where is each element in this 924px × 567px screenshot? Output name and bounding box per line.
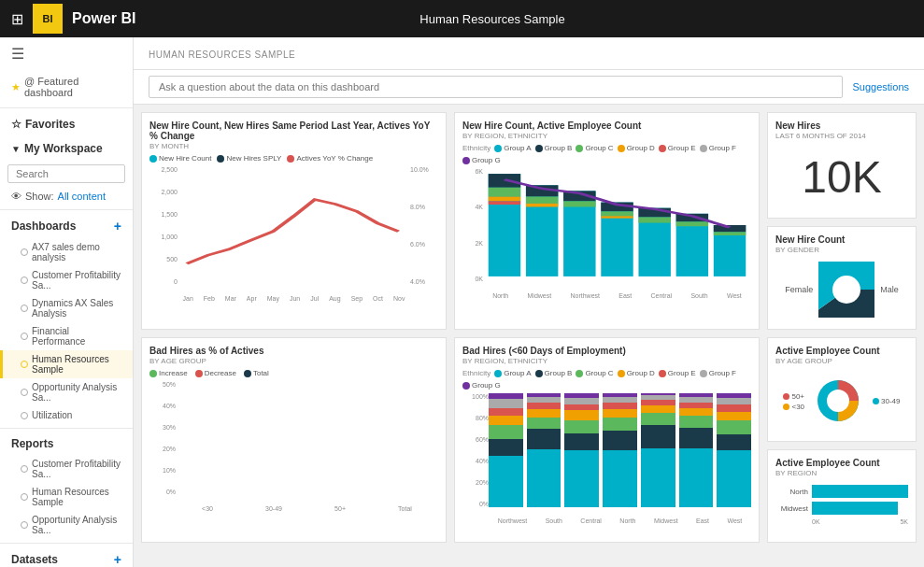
apps-icon[interactable]: ⊞ <box>11 10 23 28</box>
report-item-3[interactable]: Opportunity Analysis Sa... <box>0 511 133 539</box>
male-label: Male <box>880 285 899 294</box>
report-circle-icon <box>21 493 28 501</box>
featured-dashboard[interactable]: ★ @ Featured dashboard <box>0 70 133 104</box>
active-age-donut <box>808 371 869 432</box>
svg-rect-11 <box>563 201 595 206</box>
content-header: HUMAN RESOURCES SAMPLE <box>134 37 924 70</box>
star-icon: ★ <box>11 81 21 93</box>
legend-item-1: New Hire Count <box>149 154 211 163</box>
dashboard-body: New Hire Count, New Hires Same Period La… <box>134 105 924 567</box>
tile-bad-hires-pct[interactable]: Bad Hires as % of Actives BY AGE GROUP I… <box>141 337 447 543</box>
hamburger[interactable]: ☰ <box>0 37 133 70</box>
dashboard-circle-icon <box>21 333 28 340</box>
svg-rect-4 <box>489 201 520 205</box>
legend-item-2: New Hires SPLY <box>217 154 281 163</box>
svg-rect-2 <box>489 188 520 197</box>
tile2-legend: Ethnicity Group A Group B Group C Group … <box>462 144 751 164</box>
right-column-bottom: Active Employee Count BY AGE GROUP 50+ <… <box>767 337 917 543</box>
my-workspace-section[interactable]: ▼ My Workspace <box>0 136 133 161</box>
report-circle-icon <box>21 521 28 529</box>
svg-rect-8 <box>526 204 558 207</box>
page-title: Human Resources Sample <box>287 12 698 26</box>
tile3-title: New Hires <box>775 120 908 131</box>
qa-bar: Suggestions <box>134 70 924 105</box>
logo-box: BI <box>33 4 63 34</box>
report-item-1[interactable]: Customer Profitability Sa... <box>0 455 133 483</box>
svg-point-27 <box>832 276 860 304</box>
tile1-title: New Hire Count, New Hires Same Period La… <box>149 120 438 141</box>
tile7-subtitle: BY AGE GROUP <box>775 357 908 365</box>
right-column: New Hires LAST 6 MONTHS OF 2014 10K New … <box>767 112 917 330</box>
tile-active-region[interactable]: Active Employee Count BY REGION North Mi… <box>767 449 917 543</box>
tile5-chart: 100% 80% 60% 40% 20% 0% <box>462 393 751 524</box>
tile-new-hire-gender[interactable]: New Hire Count BY GENDER Female Male <box>767 226 917 330</box>
dashboard-item-7[interactable]: Utilization <box>0 406 133 424</box>
dashboard-item-2[interactable]: Customer Profitability Sa... <box>0 266 133 294</box>
show-all[interactable]: 👁 Show: All content <box>0 187 133 206</box>
tile-bad-hires-60[interactable]: Bad Hires (<60 Days of Employment) BY RE… <box>454 337 760 543</box>
dashboard-item-3[interactable]: Dynamics AX Sales Analysis <box>0 294 133 322</box>
tile-new-hire-count[interactable]: New Hire Count, New Hires Same Period La… <box>141 112 447 330</box>
tile5-subtitle: BY REGION, ETHNICITY <box>462 357 751 365</box>
tile-new-hire-active[interactable]: New Hire Count, Active Employee Count BY… <box>454 112 760 330</box>
dashboard-item-5[interactable]: Human Resources Sample <box>0 350 133 378</box>
svg-rect-3 <box>489 197 520 202</box>
tile6-subtitle: BY GENDER <box>775 246 908 254</box>
tile-active-age[interactable]: Active Employee Count BY AGE GROUP 50+ <… <box>767 337 917 442</box>
content-area: HUMAN RESOURCES SAMPLE Suggestions New H… <box>134 37 924 567</box>
report-item-2[interactable]: Human Resources Sample <box>0 483 133 511</box>
dashboard-circle-icon <box>21 361 28 368</box>
dashboards-header[interactable]: Dashboards + <box>0 214 133 238</box>
svg-point-29 <box>827 390 849 412</box>
tile8-title: Active Employee Count <box>775 458 908 468</box>
tile5-legend: Ethnicity Group A Group B Group C Group … <box>462 369 751 390</box>
tile4-legend: Increase Decrease Total <box>149 369 438 377</box>
svg-rect-14 <box>601 211 633 216</box>
dashboard-item-1[interactable]: AX7 sales demo analysis <box>0 238 133 266</box>
qa-input[interactable] <box>149 76 843 98</box>
tile4-title: Bad Hires as % of Actives <box>149 346 438 356</box>
tile5-title: Bad Hires (<60 Days of Employment) <box>462 346 751 356</box>
dashboard-circle-icon <box>21 248 28 256</box>
topbar: ⊞ BI Power BI Human Resources Sample <box>0 0 924 37</box>
legend-item-3: Actives YoY % Change <box>287 154 373 163</box>
tile1-legend: New Hire Count New Hires SPLY Actives Yo… <box>149 154 438 163</box>
search-bar <box>0 161 133 187</box>
tile1-chart: 2,500 2,000 1,500 1,000 500 0 10.0% 8.0%… <box>149 166 438 302</box>
dashboard-circle-icon <box>21 305 28 312</box>
tile3-number: 10K <box>775 144 908 210</box>
search-input[interactable] <box>7 164 125 183</box>
dashboard-circle-icon <box>21 276 28 284</box>
reports-header[interactable]: Reports <box>0 432 133 455</box>
tile2-subtitle: BY REGION, ETHNICITY <box>462 132 751 140</box>
datasets-header[interactable]: Datasets + <box>0 547 133 567</box>
dashboard-title: HUMAN RESOURCES SAMPLE <box>149 50 295 60</box>
svg-rect-24 <box>714 232 746 235</box>
tile2-svg <box>483 168 751 282</box>
main-layout: ☰ ★ @ Featured dashboard ☆ Favorites ▼ M… <box>0 37 924 567</box>
chevron-down-icon: ▼ <box>11 144 21 154</box>
tile4-subtitle: BY AGE GROUP <box>149 357 438 365</box>
sidebar: ☰ ★ @ Featured dashboard ☆ Favorites ▼ M… <box>0 37 134 567</box>
tile6-title: New Hire Count <box>775 234 908 245</box>
svg-rect-15 <box>601 216 633 218</box>
female-label: Female <box>785 285 813 294</box>
add-dashboard-icon[interactable]: + <box>114 219 121 234</box>
suggestions-link[interactable]: Suggestions <box>852 81 909 92</box>
tile4-chart: 50% 40% 30% 20% 10% 0% <box>149 381 438 512</box>
tile7-title: Active Employee Count <box>775 346 908 356</box>
tile3-subtitle: LAST 6 MONTHS OF 2014 <box>775 132 908 140</box>
tile2-chart: 6K 4K 2K 0K <box>462 168 751 299</box>
svg-rect-7 <box>526 197 558 204</box>
tile8-subtitle: BY REGION <box>775 469 908 477</box>
dashboard-item-6[interactable]: Opportunity Analysis Sa... <box>0 378 133 406</box>
report-circle-icon <box>21 465 28 473</box>
svg-rect-18 <box>638 217 670 222</box>
tile7-chart: 50+ <30 30-49 <box>775 369 908 433</box>
dashboard-circle-icon <box>21 412 28 419</box>
favorites-section[interactable]: ☆ Favorites <box>0 112 133 136</box>
dashboard-item-4[interactable]: Financial Performance <box>0 322 133 350</box>
add-dataset-icon[interactable]: + <box>114 552 121 567</box>
tile8-chart: North Midwest 0K 5K <box>775 481 908 529</box>
tile-new-hires-10k[interactable]: New Hires LAST 6 MONTHS OF 2014 10K <box>767 112 917 219</box>
